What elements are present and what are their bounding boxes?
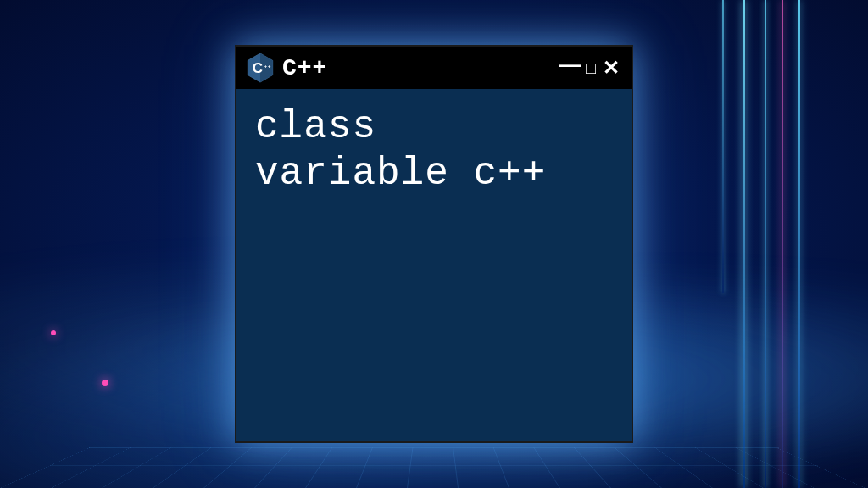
app-window: C + + C++ — □ ✕ class variable c++ <box>235 45 633 443</box>
body-line-2: variable c++ <box>255 151 613 197</box>
circuit-line <box>798 0 800 488</box>
svg-text:+: + <box>268 63 271 69</box>
body-line-1: class <box>255 104 613 151</box>
svg-text:+: + <box>264 63 267 69</box>
circuit-line <box>765 0 766 488</box>
window-body: class variable c++ <box>236 89 632 441</box>
circuit-line <box>782 0 783 488</box>
app-title: C++ <box>282 55 548 81</box>
maximize-button[interactable]: □ <box>584 59 598 76</box>
titlebar[interactable]: C + + C++ — □ ✕ <box>236 47 632 89</box>
minimize-button[interactable]: — <box>557 53 581 75</box>
glow-dot <box>102 380 108 386</box>
glow-dot <box>51 330 56 336</box>
window-controls: — □ ✕ <box>557 57 621 79</box>
svg-text:C: C <box>253 60 263 76</box>
close-button[interactable]: ✕ <box>601 58 621 78</box>
cpp-icon: C + + <box>247 53 274 83</box>
circuit-line <box>722 0 724 293</box>
circuit-line <box>743 0 745 488</box>
